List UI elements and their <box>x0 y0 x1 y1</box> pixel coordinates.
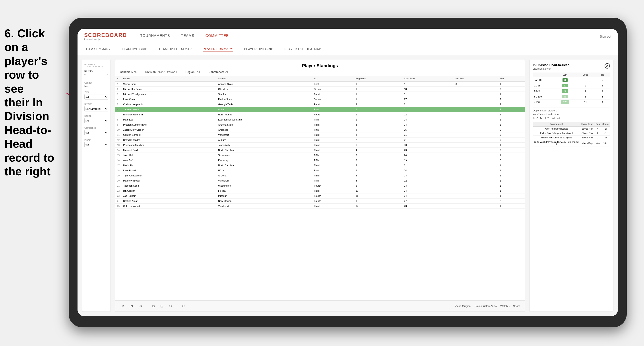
standings-tbody: 1 Wenyi Ding Arizona State First 1 1 8 1… <box>116 81 525 209</box>
table-row[interactable]: 19 Tiger Christensen Arizona Third 8 23 … <box>116 173 525 178</box>
player-select[interactable]: (All) <box>84 142 108 147</box>
table-row[interactable]: 14 Maxwell Ford North Carolina Third 4 2… <box>116 148 525 153</box>
rounds-slider[interactable] <box>84 77 108 77</box>
division-select[interactable]: NCAA Division I <box>84 106 108 111</box>
toolbar-right: View: Original Save Custom View Watch ▾ … <box>455 305 520 308</box>
table-row[interactable]: 8 Mats Ege East Tennessee State Fifth 1 … <box>116 117 525 122</box>
table-row[interactable]: 13 Phichakon Maichon Texas A&M Third 6 3… <box>116 143 525 148</box>
tablet-frame: SCOREBOARD Powered by clipp TOURNAMENTS … <box>69 18 627 327</box>
share-btn[interactable]: Share <box>513 305 520 308</box>
main-content: Update time: 27/03/2024 16:56:26 No Rds.… <box>78 55 618 316</box>
nav-bar: SCOREBOARD Powered by clipp TOURNAMENTS … <box>78 29 618 44</box>
table-row[interactable]: 12 Brendan Valdes Auburn Third 7 21 0 <box>116 138 525 143</box>
h2h-pct: 98.1% <box>533 116 542 120</box>
tab-team-summary[interactable]: TEAM SUMMARY <box>84 47 111 52</box>
tournament-row: Amer Ari Intercollegiate Stroke Play 4 -… <box>533 127 610 131</box>
h2h-record: 98.1% 674 - 33 - 12 <box>533 116 610 120</box>
refresh-button[interactable]: ⟳ <box>180 303 187 309</box>
h2h-row: 51-100 46 6 3 <box>533 94 610 100</box>
h2h-tbody: Top 10 8 3 2 11-25 20 9 5 26-50 22 4 1 5… <box>533 77 610 105</box>
table-row[interactable]: 6 Jackson Koivun Auburn First 1 11 2 <box>116 107 525 112</box>
table-row[interactable]: 18 Luke Powell UCLA First 4 24 1 <box>116 168 525 173</box>
sidebar-year: Year (All) <box>84 91 108 100</box>
h2h-row: Top 10 8 3 2 <box>533 77 610 83</box>
nav-teams[interactable]: TEAMS <box>181 34 194 39</box>
tab-team-h2h-heatmap[interactable]: TEAM H2H HEATMAP <box>158 47 192 52</box>
table-header-row: # Player School Yr Reg Rank Conf Rank No… <box>116 76 525 81</box>
toolbar-sep-2 <box>177 304 177 308</box>
h2h-title: In Division Head-to-Head <box>533 63 570 67</box>
cut-button[interactable]: ✂ <box>167 303 174 309</box>
sidebar-no-rds: No Rds. 6 52 <box>84 70 108 78</box>
nav-tournaments[interactable]: TOURNAMENTS <box>140 34 170 39</box>
table-row[interactable]: 5 Christo Lamprecht Georgia Tech Fourth … <box>116 102 525 107</box>
redo-button[interactable]: ↻ <box>128 303 135 309</box>
sidebar-division: Division NCAA Division I <box>84 103 108 111</box>
nav-committee[interactable]: COMMITTEE <box>206 34 229 39</box>
h2h-wl-label: W-L-T record in-division: <box>533 113 610 115</box>
year-select[interactable]: (All) <box>84 94 108 100</box>
h2h-tournaments-tbody: Amer Ari Intercollegiate Stroke Play 4 -… <box>533 127 610 147</box>
update-time: Update time: 27/03/2024 16:56:26 <box>84 63 108 68</box>
table-row[interactable]: 15 Jake Hall Tennessee Fifth 5 24 1 <box>116 153 525 158</box>
sidebar-region: Region N/a <box>84 115 108 123</box>
h2h-row: 26-50 22 4 1 <box>533 88 610 94</box>
standings-header: Player Standings Gender: Men Division: N… <box>116 60 525 76</box>
table-row[interactable]: 7 Nicholas Gabrelcik North Florida Fourt… <box>116 112 525 117</box>
standings-title: Player Standings <box>120 63 520 68</box>
region-select[interactable]: N/a <box>84 118 108 123</box>
standings-filters: Gender: Men Division: NCAA Division I Re… <box>120 71 520 74</box>
save-custom-btn[interactable]: Save Custom View <box>474 305 497 308</box>
conference-select[interactable]: (All) <box>84 130 108 135</box>
table-row[interactable]: 21 Taehoon Song Washington Fourth 6 23 1 <box>116 183 525 188</box>
sidebar-conference: Conference (All) <box>84 127 108 135</box>
tournament-row: Mirabel Maui Jim Intercollegiate Stroke … <box>533 136 610 140</box>
view-original-btn[interactable]: View: Original <box>455 305 471 308</box>
toolbar: ↺ ↻ ⇥ ⧉ ⊞ ✂ ⟳ View: Original Save Custom… <box>116 301 525 312</box>
table-row[interactable]: 2 Michael La Sasso Ole Miss Second 1 18 … <box>116 87 525 92</box>
instruction-text: 6. Click on a player's row to see their … <box>0 22 64 183</box>
h2h-tournaments-table: Tournament Event Type Pos Score Amer Ari… <box>533 122 610 147</box>
paste-button[interactable]: ⊞ <box>158 303 165 309</box>
logo: SCOREBOARD Powered by clipp <box>84 32 127 41</box>
table-container: # Player School Yr Reg Rank Conf Rank No… <box>116 76 525 301</box>
standings-table: # Player School Yr Reg Rank Conf Rank No… <box>116 76 525 209</box>
table-row[interactable]: 4 Luke Claton Florida State Second 1 27 … <box>116 97 525 102</box>
h2h-panel: In Division Head-to-Head Jackson Koivun … <box>529 60 614 312</box>
tab-player-h2h-grid[interactable]: PLAYER H2H GRID <box>244 47 274 52</box>
h2h-header: In Division Head-to-Head Jackson Koivun … <box>533 63 610 70</box>
standings-area: Player Standings Gender: Men Division: N… <box>115 60 525 312</box>
logo-sub: Powered by clipp <box>84 38 127 41</box>
h2h-opponents-label: Opponents in division: <box>533 109 610 112</box>
table-row[interactable]: 3 Michael Thorbjornsen Stanford Fourth 1… <box>116 92 525 97</box>
table-row[interactable]: 17 David Ford North Carolina Third 4 21 … <box>116 163 525 168</box>
tab-team-h2h-grid[interactable]: TEAM H2H GRID <box>122 47 148 52</box>
h2h-row: >100 578 11 1 <box>533 100 610 105</box>
tab-player-summary[interactable]: PLAYER SUMMARY <box>203 47 233 52</box>
table-row[interactable]: 22 Ian Gilligan Florida Third 10 24 1 <box>116 188 525 193</box>
table-row[interactable]: 11 Gordon Sargent Vanderbilt Third 4 21 … <box>116 132 525 138</box>
undo-button[interactable]: ↺ <box>120 303 126 309</box>
h2h-stats-table: Win Loss Tie Top 10 8 3 2 11-25 20 9 5 2… <box>533 72 610 105</box>
tablet-screen: SCOREBOARD Powered by clipp TOURNAMENTS … <box>78 29 618 316</box>
tab-player-h2h-heatmap[interactable]: PLAYER H2H HEATMAP <box>284 47 321 52</box>
forward-button[interactable]: ⇥ <box>137 303 144 309</box>
table-row[interactable]: 25 Cole Sherwood Vanderbilt Third 12 23 … <box>116 204 525 209</box>
logo-main: SCOREBOARD <box>84 32 127 38</box>
table-row[interactable]: 24 Bastien Amat New Mexico Fourth 1 27 2 <box>116 198 525 204</box>
h2h-player: Jackson Koivun <box>533 67 570 70</box>
h2h-row: 11-25 20 9 5 <box>533 83 610 88</box>
watch-btn[interactable]: Watch ▾ <box>500 305 510 308</box>
copy-button[interactable]: ⧉ <box>150 303 156 309</box>
nav-links: TOURNAMENTS TEAMS COMMITTEE <box>140 34 600 39</box>
table-row[interactable]: 16 Alex Goff Kentucky Fifth 8 19 0 <box>116 158 525 163</box>
table-row[interactable]: 23 Jack Lundin Missouri Fourth 11 24 1 <box>116 193 525 198</box>
sub-nav: TEAM SUMMARY TEAM H2H GRID TEAM H2H HEAT… <box>78 44 618 55</box>
table-row[interactable]: 9 Preston Summerhays Arizona State Third… <box>116 122 525 127</box>
table-row[interactable]: 10 Jacob Skov Olesen Arkansas Fifth 4 25… <box>116 127 525 132</box>
sidebar-gender: Gender Men <box>84 82 108 88</box>
table-row[interactable]: 1 Wenyi Ding Arizona State First 1 1 8 1 <box>116 81 525 87</box>
sign-out-button[interactable]: Sign out <box>600 35 611 38</box>
h2h-close-button[interactable]: ✕ <box>604 63 610 69</box>
table-row[interactable]: 20 Matthew Riedel Vanderbilt Fifth 8 22 … <box>116 178 525 183</box>
